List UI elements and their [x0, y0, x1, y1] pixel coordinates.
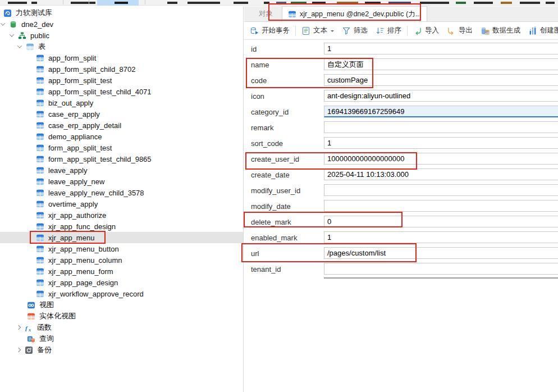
table-name: xjr_app_menu_button — [48, 245, 119, 253]
tree-functions[interactable]: 函数 — [0, 322, 243, 333]
tree-table-item[interactable]: case_erp_apply — [0, 108, 243, 120]
toolbar-separator — [295, 26, 296, 36]
toolbar-separator — [89, 0, 89, 4]
tree-table-item[interactable]: app_form_split_test_child_4071 — [0, 86, 243, 97]
tree-table-item[interactable]: app_form_split — [0, 52, 243, 63]
chevron-right-icon[interactable] — [16, 325, 21, 330]
begin-transaction-label: 开始事务 — [262, 26, 290, 35]
tree-table-item[interactable]: xjr_app_page_design — [0, 277, 243, 288]
field-label: enabled_mark — [251, 234, 297, 242]
table-icon — [36, 65, 44, 74]
tree-table-item[interactable]: leave_apply — [0, 165, 243, 176]
tree-tables-folder[interactable]: 表 — [0, 41, 243, 52]
toolbar-fragment — [276, 2, 286, 4]
toolbar-fragment — [71, 2, 95, 4]
query-icon — [27, 335, 35, 343]
table-name: xjr_app_func_design — [48, 222, 116, 231]
chevron-down-icon[interactable] — [17, 43, 22, 48]
tree-materialized-views[interactable]: 实体化视图 — [0, 311, 243, 322]
filter-label: 筛选 — [354, 26, 368, 35]
tree-table-item[interactable]: overtime_apply — [0, 198, 243, 209]
field-value-category-id[interactable]: 1694139669167259649 — [324, 106, 558, 117]
tree-table-item[interactable]: xjr_workflow_approve_record — [0, 288, 243, 299]
table-icon — [36, 234, 44, 242]
data-generation-label: 数据生成 — [492, 26, 520, 35]
materialized-view-icon — [27, 312, 35, 321]
field-label: name — [251, 61, 269, 69]
tree-views[interactable]: 视图 — [0, 299, 243, 311]
data-toolbar: 开始事务 文本 筛选 排序 导入 导出 数据生成 — [244, 22, 558, 40]
field-value-modify-date[interactable] — [324, 200, 558, 212]
table-icon — [288, 10, 296, 19]
tree-table-item[interactable]: xjr_app_menu_form — [0, 266, 243, 277]
table-name: leave_apply — [48, 166, 87, 175]
tree-table-item[interactable]: case_erp_apply_detail — [0, 120, 243, 131]
filter-funnel-icon — [342, 26, 351, 35]
tab-objects[interactable]: 对象 — [250, 6, 282, 21]
chevron-right-icon[interactable] — [16, 348, 21, 352]
transaction-icon — [250, 26, 259, 35]
data-generation-button[interactable]: 数据生成 — [477, 24, 524, 38]
tree-table-item[interactable]: leave_apply_new_child_3578 — [0, 187, 243, 198]
tree-table-item-xjr-app-menu-selected[interactable]: xjr_app_menu — [0, 232, 243, 243]
tree-table-item[interactable]: xjr_app_menu_column — [0, 254, 243, 266]
schema-icon — [18, 31, 26, 40]
chevron-down-icon[interactable] — [1, 21, 5, 25]
field-value-sort-code[interactable]: 1 — [324, 137, 558, 149]
tab-active-table[interactable]: xjr_app_menu @dne2_dev.public (力... — [282, 6, 427, 21]
field-value-tenant-id[interactable] — [324, 263, 558, 275]
table-icon — [36, 133, 44, 141]
field-value-id[interactable]: 1 — [324, 43, 558, 54]
tree-schema[interactable]: public — [0, 30, 243, 41]
sort-button[interactable]: 排序 — [372, 24, 405, 38]
table-name: demo_appliance — [48, 133, 102, 141]
tree-table-item[interactable]: demo_appliance — [0, 131, 243, 142]
tree-table-item[interactable]: app_form_split_test — [0, 75, 243, 86]
tree-table-item[interactable]: leave_apply_new — [0, 176, 243, 187]
tree-database[interactable]: dne2_dev — [0, 19, 243, 30]
field-value-url[interactable]: /pages/custom/list — [324, 247, 558, 259]
tree-table-item[interactable]: form_app_split_test_child_9865 — [0, 153, 243, 165]
tree-table-item[interactable]: biz_out_apply — [0, 97, 243, 108]
tree-connection[interactable]: 力软测试库 — [0, 7, 243, 19]
field-row-modify-user-id: modify_user_id — [244, 183, 558, 198]
toolbar-separator — [145, 0, 145, 4]
tree-backups[interactable]: 备份 — [0, 344, 243, 355]
export-button[interactable]: 导出 — [443, 24, 477, 38]
tree-table-item[interactable]: xjr_app_menu_button — [0, 243, 243, 254]
toolbar-fragment — [234, 2, 248, 4]
tree-table-item[interactable]: xjr_app_authorize — [0, 209, 243, 221]
field-row-enabled-mark: enabled_mark 1 — [244, 230, 558, 245]
toolbar-fragment — [546, 2, 555, 4]
toolbar-fragment — [31, 2, 37, 4]
field-value-icon[interactable]: ant-design:aliyun-outlined — [324, 90, 558, 102]
field-value-name[interactable]: 自定义页面 — [324, 58, 558, 70]
begin-transaction-button[interactable]: 开始事务 — [246, 24, 294, 38]
tree-table-item[interactable]: xjr_app_func_design — [0, 221, 243, 232]
import-button[interactable]: 导入 — [409, 24, 443, 38]
tree-table-item[interactable]: app_form_split_child_8702 — [0, 63, 243, 75]
main-toolbar-clipped — [0, 0, 558, 6]
field-value-modify-user-id[interactable] — [324, 184, 558, 196]
tree-table-item[interactable]: form_app_split_test — [0, 142, 243, 153]
tab-active-label: xjr_app_menu @dne2_dev.public (力... — [300, 10, 421, 19]
table-name: form_app_split_test — [48, 144, 112, 152]
toolbar-fragment — [474, 2, 493, 4]
field-row-delete-mark: delete_mark 0 — [244, 214, 558, 230]
table-icon — [36, 245, 44, 253]
tree-queries[interactable]: 查询 — [0, 333, 243, 344]
dropdown-caret-icon[interactable] — [331, 30, 334, 34]
field-value-enabled-mark[interactable]: 1 — [324, 231, 558, 243]
create-chart-button[interactable]: 创建图表 — [524, 24, 558, 38]
field-value-create-date[interactable]: 2025-04-11 10:13:03.000 — [324, 168, 558, 180]
field-value-remark[interactable] — [324, 121, 558, 133]
text-view-button[interactable]: 文本 — [298, 24, 338, 38]
filter-button[interactable]: 筛选 — [338, 24, 372, 38]
field-value-create-user-id[interactable]: 1000000000000000000 — [324, 153, 558, 165]
table-name: xjr_app_menu_column — [48, 256, 122, 265]
field-value-code[interactable]: customPage — [324, 74, 558, 86]
field-value-delete-mark[interactable]: 0 — [324, 216, 558, 227]
toolbar-fragment — [337, 2, 358, 4]
chevron-down-icon[interactable] — [10, 32, 14, 37]
table-icon — [36, 121, 44, 130]
